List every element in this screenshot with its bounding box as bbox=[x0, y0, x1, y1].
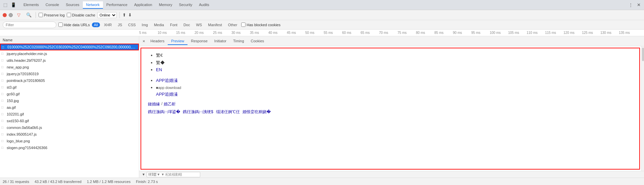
separator-1 bbox=[36, 12, 36, 18]
timeline-tick: 100 ms bbox=[490, 31, 508, 35]
language-list: 繁€ 繁◆ EN bbox=[148, 52, 633, 72]
tab-console[interactable]: Console bbox=[42, 1, 62, 9]
separator-2 bbox=[119, 12, 120, 18]
filter-ws-btn[interactable]: WS bbox=[194, 22, 204, 27]
settings-icon[interactable]: ✕ bbox=[635, 1, 643, 9]
preview-bottom-input[interactable] bbox=[147, 172, 200, 177]
clear-button[interactable] bbox=[9, 13, 13, 17]
network-throttle-select[interactable]: Online bbox=[97, 12, 117, 18]
preview-tab-headers[interactable]: Headers bbox=[147, 38, 168, 45]
hide-data-urls-checkbox[interactable]: Hide data URLs bbox=[58, 22, 90, 27]
disable-cache-checkbox[interactable]: Disable cache bbox=[67, 13, 95, 17]
status-resources: 1.2 MB / 1.2 MB resources bbox=[87, 180, 130, 184]
timeline-tick: 45 ms bbox=[287, 31, 305, 35]
nav-link-4[interactable]: 婚恨娈犵粡娆� bbox=[243, 109, 271, 115]
inspect-icon[interactable]: ⬚ bbox=[1, 1, 9, 9]
file-item[interactable]: □index.95005147.js bbox=[0, 131, 139, 138]
timeline-tick: 130 ms bbox=[600, 31, 619, 35]
preview-close-btn[interactable]: × bbox=[141, 39, 147, 44]
timeline-tick: 65 ms bbox=[361, 31, 379, 35]
file-icon: □ bbox=[1, 146, 7, 149]
file-item[interactable]: □pointtrack.js?20180605 bbox=[0, 77, 139, 84]
timeline-tick: 135 ms bbox=[619, 31, 637, 35]
preview-scrollbar[interactable] bbox=[641, 46, 644, 171]
file-item[interactable]: □sxd150-60.gif bbox=[0, 118, 139, 124]
file-item[interactable]: □aa.gif bbox=[0, 104, 139, 111]
tab-network[interactable]: Network bbox=[83, 1, 103, 9]
file-icon: □ bbox=[1, 85, 7, 89]
filter-doc-btn[interactable]: Doc bbox=[181, 22, 192, 27]
filter-xhr-btn[interactable]: XHR bbox=[102, 22, 114, 27]
main-link-2[interactable]: 婚乙昕 bbox=[164, 101, 176, 107]
nav-link-3[interactable]: 缁渚仼婀℃仼 bbox=[216, 109, 240, 115]
preview-tab-cookies[interactable]: Cookies bbox=[248, 38, 268, 45]
file-list-header: Name bbox=[0, 36, 139, 44]
import-har-icon[interactable]: ⬆ bbox=[122, 12, 126, 17]
main-link-1[interactable]: 鏈婚緣 bbox=[148, 101, 160, 107]
filter-manifest-btn[interactable]: Manifest bbox=[206, 22, 224, 27]
preview-tab-response[interactable]: Response bbox=[187, 38, 211, 45]
export-har-icon[interactable]: ⬇ bbox=[128, 12, 132, 17]
timeline-tick: 15 ms bbox=[176, 31, 195, 35]
filter-js-btn[interactable]: JS bbox=[116, 22, 124, 27]
file-item[interactable]: □utils.header.2bf76207.js bbox=[0, 57, 139, 64]
device-icon[interactable]: 📱 bbox=[9, 1, 17, 9]
timeline-row: 5 ms10 ms15 ms20 ms25 ms30 ms35 ms40 ms4… bbox=[0, 30, 644, 36]
filter-img-btn[interactable]: Img bbox=[140, 22, 150, 27]
file-name: sxd150-60.gif bbox=[7, 119, 29, 123]
file-item[interactable]: □new_app.png bbox=[0, 64, 139, 71]
timeline-tick: 125 ms bbox=[582, 31, 600, 35]
timeline-tick: 10 ms bbox=[158, 31, 176, 35]
file-item[interactable]: □jquery.placeholder.min.js bbox=[0, 50, 139, 57]
file-item[interactable]: □logo_blue.png bbox=[0, 138, 139, 144]
tab-elements[interactable]: Elements bbox=[20, 1, 42, 9]
app-center-link[interactable]: APP追婚溱 bbox=[156, 92, 178, 97]
app-link-1[interactable]: APP追婚溱 bbox=[156, 78, 178, 83]
nav-link-1[interactable]: 鎸彺湤鎷㈠墠鍙� bbox=[148, 109, 180, 115]
search-icon[interactable]: 🔍 bbox=[25, 11, 33, 19]
tab-sources[interactable]: Sources bbox=[62, 1, 83, 9]
file-name: aa.gif bbox=[7, 105, 16, 109]
filter-other-btn[interactable]: Other bbox=[226, 22, 239, 27]
app-item-1: APP追婚溱 bbox=[156, 78, 633, 84]
file-item[interactable]: □slogen.png?1544426366 bbox=[0, 144, 139, 151]
file-icon: □ bbox=[1, 112, 7, 116]
record-button[interactable] bbox=[3, 13, 7, 17]
preserve-log-checkbox[interactable]: Preserve log bbox=[39, 13, 65, 17]
filter-all-btn[interactable]: All bbox=[92, 22, 100, 27]
tab-memory[interactable]: Memory bbox=[156, 1, 176, 9]
has-blocked-cookies-checkbox[interactable]: Has blocked cookies bbox=[241, 22, 280, 27]
tab-security[interactable]: Security bbox=[175, 1, 196, 9]
file-item[interactable]: □010000%252C020000%252C030200%252C040000… bbox=[0, 44, 139, 50]
preview-tab-preview[interactable]: Preview bbox=[168, 38, 187, 45]
file-name: utils.header.2bf76207.js bbox=[7, 58, 46, 62]
file-item[interactable]: □150.jpg bbox=[0, 97, 139, 104]
filter-font-btn[interactable]: Font bbox=[168, 22, 179, 27]
app-section: APP追婚溱 ■app download APP追婚溱 bbox=[148, 78, 633, 97]
more-tools-icon[interactable]: ⋮ bbox=[627, 1, 635, 9]
preview-tab-initiator[interactable]: Initiator bbox=[211, 38, 230, 45]
preview-tab-timing[interactable]: Timing bbox=[230, 38, 248, 45]
file-item[interactable]: □st3.gif bbox=[0, 84, 139, 91]
file-name: jquery.placeholder.min.js bbox=[7, 52, 47, 56]
file-name: 150.jpg bbox=[7, 99, 19, 103]
nav-link-2[interactable]: 鎸彺湤鎷㈠洟绠$ bbox=[183, 109, 213, 115]
file-icon: □ bbox=[1, 58, 7, 62]
file-item[interactable]: □jquery.js?20180319 bbox=[0, 71, 139, 77]
filter-css-btn[interactable]: CSS bbox=[126, 22, 138, 27]
file-item[interactable]: □gc60.gif bbox=[0, 91, 139, 97]
timeline-tick: 50 ms bbox=[305, 31, 324, 35]
file-icon: □ bbox=[2, 45, 7, 49]
filter-media-btn[interactable]: Media bbox=[152, 22, 166, 27]
file-item[interactable]: □common.0a56a0b5.js bbox=[0, 124, 139, 131]
filter-input[interactable] bbox=[3, 21, 56, 28]
file-icon: □ bbox=[1, 52, 7, 55]
tab-performance[interactable]: Performance bbox=[103, 1, 131, 9]
lang-en-link[interactable]: EN bbox=[156, 67, 162, 72]
filter-icon[interactable]: ▽ bbox=[15, 11, 23, 19]
tab-application[interactable]: Application bbox=[131, 1, 156, 9]
file-item[interactable]: □102201.gif bbox=[0, 111, 139, 118]
tab-audits[interactable]: Audits bbox=[196, 1, 213, 9]
file-icon: □ bbox=[1, 99, 7, 102]
main-links-sep: / bbox=[161, 101, 162, 107]
